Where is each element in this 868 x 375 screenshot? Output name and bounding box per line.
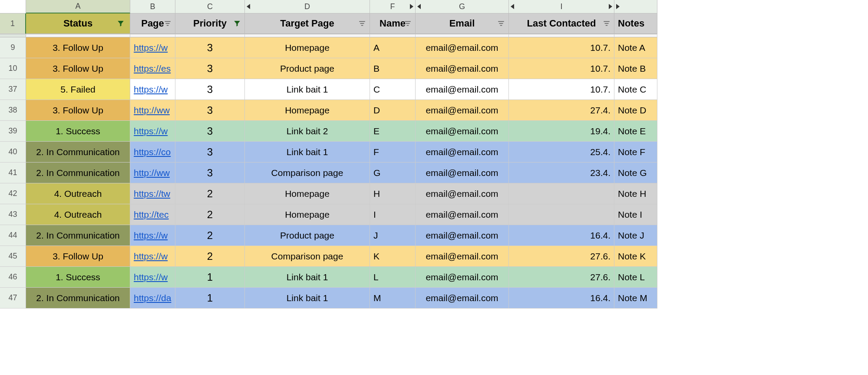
cell-target[interactable]: Link bait 1 xyxy=(245,267,370,288)
page-link[interactable]: https://es xyxy=(134,63,171,74)
cell-page[interactable]: http://ww xyxy=(130,163,175,183)
cell-priority[interactable]: 1 xyxy=(175,288,245,309)
filter-active-icon[interactable] xyxy=(233,20,241,27)
cell-target[interactable]: Product page xyxy=(245,58,370,79)
cell-name[interactable]: G xyxy=(370,163,416,183)
select-all-corner[interactable] xyxy=(0,0,26,13)
cell-page[interactable]: https://w xyxy=(130,267,175,288)
cell-email[interactable]: email@email.com xyxy=(416,121,509,142)
cell-last-contacted[interactable] xyxy=(509,204,614,225)
row-header[interactable]: 46 xyxy=(0,267,26,288)
expand-right-icon[interactable] xyxy=(410,4,413,9)
cell-page[interactable]: http://tec xyxy=(130,204,175,225)
col-header-G[interactable]: G xyxy=(416,0,509,13)
cell-name[interactable]: K xyxy=(370,246,416,267)
header-status[interactable]: Status xyxy=(26,13,130,34)
cell-page[interactable]: https://es xyxy=(130,58,175,79)
cell-notes[interactable]: Note F xyxy=(614,142,657,163)
cell-target[interactable]: Homepage xyxy=(245,37,370,58)
filter-icon[interactable] xyxy=(164,20,172,27)
cell-priority[interactable]: 3 xyxy=(175,100,245,121)
row-header[interactable]: 37 xyxy=(0,79,26,100)
page-link[interactable]: https://w xyxy=(134,272,168,282)
cell-status[interactable]: 2. In Communication xyxy=(26,225,130,246)
page-link[interactable]: http://ww xyxy=(134,168,170,178)
cell-page[interactable]: https://co xyxy=(130,142,175,163)
cell-email[interactable]: email@email.com xyxy=(416,37,509,58)
cell-target[interactable]: Product page xyxy=(245,225,370,246)
cell-last-contacted[interactable]: 16.4. xyxy=(509,288,614,309)
cell-page[interactable]: https://w xyxy=(130,37,175,58)
cell-notes[interactable]: Note D xyxy=(614,100,657,121)
cell-priority[interactable]: 3 xyxy=(175,121,245,142)
page-link[interactable]: https://da xyxy=(134,293,171,303)
cell-priority[interactable]: 3 xyxy=(175,37,245,58)
filter-icon[interactable] xyxy=(358,20,366,27)
page-link[interactable]: https://w xyxy=(134,84,168,95)
page-link[interactable]: https://tw xyxy=(134,189,170,199)
cell-target[interactable]: Homepage xyxy=(245,100,370,121)
cell-notes[interactable]: Note A xyxy=(614,37,657,58)
cell-status[interactable]: 1. Success xyxy=(26,121,130,142)
cell-last-contacted[interactable]: 19.4. xyxy=(509,121,614,142)
page-link[interactable]: https://w xyxy=(134,126,168,136)
cell-status[interactable]: 3. Follow Up xyxy=(26,100,130,121)
cell-last-contacted[interactable]: 10.7. xyxy=(509,79,614,100)
cell-priority[interactable]: 3 xyxy=(175,142,245,163)
row-header[interactable]: 41 xyxy=(0,163,26,183)
row-header[interactable]: 47 xyxy=(0,288,26,309)
cell-priority[interactable]: 3 xyxy=(175,79,245,100)
expand-right-icon[interactable] xyxy=(616,4,620,9)
cell-priority[interactable]: 2 xyxy=(175,204,245,225)
cell-notes[interactable]: Note M xyxy=(614,288,657,309)
cell-notes[interactable]: Note B xyxy=(614,58,657,79)
col-header-D[interactable]: D xyxy=(245,0,370,13)
row-header-1[interactable]: 1 xyxy=(0,13,26,34)
hidden-rows-indicator[interactable] xyxy=(0,34,26,37)
row-header[interactable]: 45 xyxy=(0,246,26,267)
cell-page[interactable]: https://da xyxy=(130,288,175,309)
col-header-I[interactable]: I xyxy=(509,0,614,13)
cell-email[interactable]: email@email.com xyxy=(416,79,509,100)
header-name[interactable]: Name xyxy=(370,13,416,34)
cell-name[interactable]: I xyxy=(370,204,416,225)
cell-target[interactable]: Link bait 1 xyxy=(245,142,370,163)
cell-target[interactable]: Link bait 2 xyxy=(245,121,370,142)
cell-notes[interactable]: Note E xyxy=(614,121,657,142)
cell-email[interactable]: email@email.com xyxy=(416,267,509,288)
cell-status[interactable]: 2. In Communication xyxy=(26,142,130,163)
cell-priority[interactable]: 2 xyxy=(175,246,245,267)
row-header[interactable]: 43 xyxy=(0,204,26,225)
cell-last-contacted[interactable]: 16.4. xyxy=(509,225,614,246)
cell-priority[interactable]: 2 xyxy=(175,183,245,204)
cell-name[interactable]: H xyxy=(370,183,416,204)
cell-email[interactable]: email@email.com xyxy=(416,183,509,204)
cell-email[interactable]: email@email.com xyxy=(416,225,509,246)
cell-status[interactable]: 2. In Communication xyxy=(26,288,130,309)
cell-status[interactable]: 4. Outreach xyxy=(26,183,130,204)
cell-name[interactable]: E xyxy=(370,121,416,142)
filter-icon[interactable] xyxy=(603,20,611,27)
cell-email[interactable]: email@email.com xyxy=(416,204,509,225)
row-header[interactable]: 9 xyxy=(0,37,26,58)
cell-page[interactable]: https://tw xyxy=(130,183,175,204)
cell-target[interactable]: Homepage xyxy=(245,183,370,204)
cell-email[interactable]: email@email.com xyxy=(416,58,509,79)
cell-page[interactable]: https://w xyxy=(130,225,175,246)
cell-notes[interactable]: Note J xyxy=(614,225,657,246)
cell-status[interactable]: 3. Follow Up xyxy=(26,37,130,58)
cell-status[interactable]: 1. Success xyxy=(26,267,130,288)
filter-active-icon[interactable] xyxy=(117,20,125,27)
page-link[interactable]: https://co xyxy=(134,147,171,157)
header-target[interactable]: Target Page xyxy=(245,13,370,34)
cell-notes[interactable]: Note H xyxy=(614,183,657,204)
row-header[interactable]: 42 xyxy=(0,183,26,204)
cell-name[interactable]: A xyxy=(370,37,416,58)
cell-email[interactable]: email@email.com xyxy=(416,142,509,163)
cell-target[interactable]: Link bait 1 xyxy=(245,79,370,100)
row-header[interactable]: 10 xyxy=(0,58,26,79)
filter-icon[interactable] xyxy=(497,20,505,27)
cell-email[interactable]: email@email.com xyxy=(416,100,509,121)
collapse-left-icon[interactable] xyxy=(417,4,421,9)
header-notes[interactable]: Notes xyxy=(614,13,657,34)
